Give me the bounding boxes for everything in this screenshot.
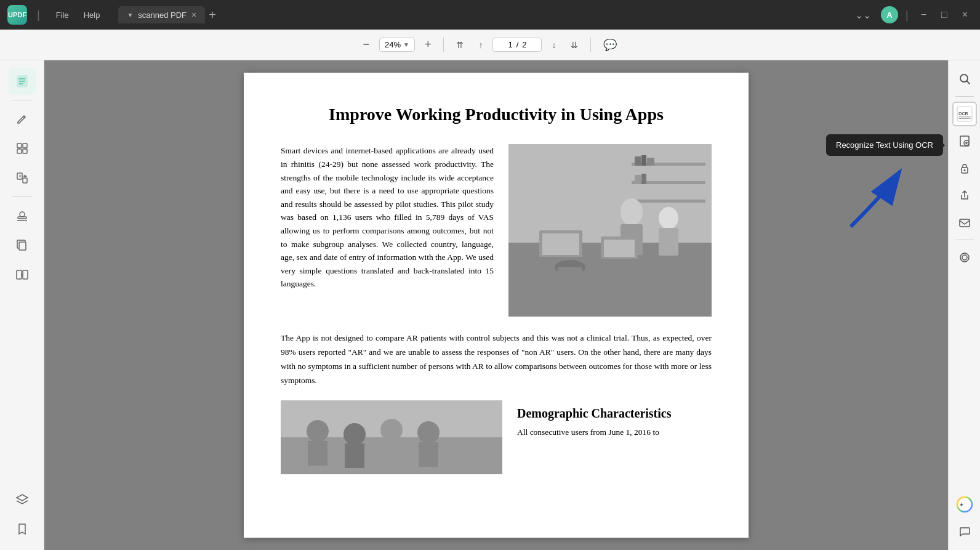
minimize-button[interactable]: − [916,7,931,23]
svg-rect-11 [23,178,27,183]
export-button[interactable] [952,129,977,153]
pdf-content-row: Smart devices and internet-based applica… [281,144,712,317]
svg-rect-24 [632,200,705,203]
sidebar-sep-1 [12,100,32,100]
menu-bar: File Help [50,8,106,22]
sidebar-icon-layers[interactable] [9,486,36,513]
svg-rect-4 [17,144,22,148]
svg-rect-42 [598,259,641,261]
zoom-out-button[interactable]: − [358,36,375,54]
svg-rect-34 [542,233,579,255]
toolbar-separator-1 [443,38,444,52]
svg-rect-15 [19,242,26,250]
chat-button[interactable] [952,519,977,544]
search-button[interactable] [952,67,977,91]
sidebar-icon-reader[interactable] [9,68,36,95]
svg-rect-28 [635,175,641,184]
pdf-page: Improve Working Productivity in Using Ap… [244,73,749,538]
pdf-bottom-row: Demographic Characteristics All consecut… [281,400,712,474]
close-button[interactable]: × [957,7,973,23]
ai-button[interactable]: ✦ [952,492,977,517]
page-separator: / [516,40,519,49]
right-sep-1 [955,96,974,97]
svg-rect-41 [604,240,635,257]
stamps-button[interactable] [952,245,977,270]
avatar[interactable]: A [881,6,898,23]
protect-button[interactable] [952,156,977,180]
svg-rect-16 [17,270,22,279]
menu-file[interactable]: File [50,8,75,22]
svg-rect-31 [527,260,532,309]
svg-point-67 [963,169,965,171]
sidebar-icon-bookmark[interactable] [9,516,36,543]
tab-scanned-pdf[interactable]: ▼ scanned PDF × [118,6,205,23]
zoom-dropdown-icon: ▼ [403,41,409,48]
svg-rect-6 [17,149,22,153]
email-button[interactable] [952,210,977,235]
ocr-tooltip-text: Recognize Text Using OCR [836,140,933,150]
pdf-area[interactable]: Improve Working Productivity in Using Ap… [44,60,948,550]
svg-rect-29 [641,174,646,184]
tab-dropdown-icon[interactable]: ▼ [127,12,133,18]
sidebar-icon-stamp[interactable] [9,202,36,229]
expand-icon[interactable]: ⌄⌄ [850,7,876,23]
zoom-level: 24% [385,40,401,49]
svg-rect-50 [345,443,364,468]
tab-add-icon[interactable]: + [209,8,216,22]
app-logo: UPDF [7,5,27,25]
svg-rect-26 [641,155,646,166]
titlebar: UPDF | File Help ▼ scanned PDF × + ⌄⌄ A … [0,0,980,30]
maximize-button[interactable]: □ [936,7,952,23]
svg-rect-21 [508,144,712,243]
sidebar-icon-edit[interactable] [9,105,36,132]
svg-point-70 [962,255,967,260]
logo-icon: UPDF [7,5,27,25]
sidebar-icon-duplicate[interactable] [9,232,36,259]
pdf-image-2 [281,400,502,474]
go-prev-button[interactable]: ↑ [473,38,488,52]
pdf-para1: Smart devices and internet-based applica… [281,144,494,317]
title-divider: | [37,9,40,22]
go-next-button[interactable]: ↓ [547,38,561,52]
svg-point-51 [380,419,403,441]
pdf-title: Improve Working Productivity in Using Ap… [281,103,712,126]
ocr-button[interactable]: OCR [952,102,977,126]
sidebar-icon-compare[interactable] [9,261,36,288]
left-sidebar [0,60,44,550]
go-last-button[interactable]: ⇊ [566,38,583,52]
svg-rect-7 [23,149,27,153]
page-total: 2 [522,40,526,49]
right-bottom: ✦ [952,492,977,544]
svg-rect-48 [308,441,327,466]
sidebar-icon-convert[interactable] [9,164,36,192]
svg-point-47 [307,420,329,442]
menu-help[interactable]: Help [78,8,106,22]
svg-rect-32 [684,260,689,309]
sidebar-sep-2 [12,196,32,197]
toolbar: − 24% ▼ + ⇈ ↑ 1 / 2 ↓ ⇊ 💬 [0,30,980,60]
office-image-svg [508,144,712,317]
svg-rect-5 [23,144,27,148]
svg-rect-13 [20,212,25,217]
sidebar-icon-organize[interactable] [9,135,36,162]
main-area: Improve Working Productivity in Using Ap… [0,60,980,550]
sidebar-bottom [9,486,36,543]
svg-line-57 [966,81,970,84]
zoom-in-button[interactable]: + [420,36,436,54]
titlebar-actions: ⌄⌄ A | − □ × [850,6,973,23]
svg-rect-39 [659,228,678,256]
svg-point-69 [960,253,969,262]
action-divider: | [906,9,909,22]
zoom-display[interactable]: 24% ▼ [379,38,415,52]
go-first-button[interactable]: ⇈ [451,38,468,52]
svg-text:✦: ✦ [959,502,964,508]
ocr-tooltip: Recognize Text Using OCR [826,134,943,156]
share-button[interactable] [952,183,977,208]
pdf-section-block: Demographic Characteristics All consecut… [517,400,712,474]
comment-button[interactable]: 💬 [598,36,622,54]
pdf-image-1 [508,144,712,317]
tab-close-icon[interactable]: × [191,10,196,20]
svg-rect-68 [960,219,970,227]
svg-rect-61 [958,118,971,119]
page-current[interactable]: 1 [508,40,512,49]
